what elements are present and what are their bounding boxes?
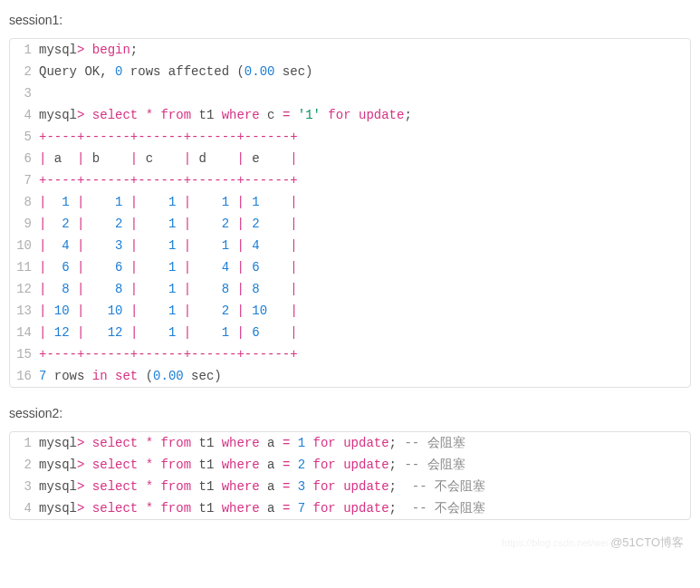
- code-line: 3: [10, 82, 690, 104]
- line-number: 9: [10, 213, 39, 235]
- code-line: 12| 8 | 8 | 1 | 8 | 8 |: [10, 278, 690, 300]
- code-line: 6| a | b | c | d | e |: [10, 148, 690, 169]
- code-line: 8| 1 | 1 | 1 | 1 | 1 |: [10, 191, 690, 213]
- code-content: mysql> select * from t1 where a = 1 for …: [39, 432, 690, 454]
- code-line: 5+----+------+------+------+------+: [10, 126, 690, 148]
- code-line: 1mysql> begin;: [10, 39, 690, 61]
- session2-code-block: 1mysql> select * from t1 where a = 1 for…: [9, 431, 691, 520]
- code-content: mysql> select * from t1 where a = 7 for …: [39, 497, 690, 519]
- watermark: https://blog.csdn.net/wei@51CTO博客: [9, 535, 691, 551]
- line-number: 3: [10, 82, 39, 104]
- code-line: 4mysql> select * from t1 where c = '1' f…: [10, 104, 690, 126]
- code-content: 7 rows in set (0.00 sec): [39, 365, 690, 387]
- code-content: | 1 | 1 | 1 | 1 | 1 |: [39, 191, 690, 213]
- code-content: mysql> select * from t1 where c = '1' fo…: [39, 104, 690, 126]
- session1-code-block: 1mysql> begin;2Query OK, 0 rows affected…: [9, 38, 691, 388]
- code-content: mysql> select * from t1 where a = 2 for …: [39, 454, 690, 476]
- code-line: 2Query OK, 0 rows affected (0.00 sec): [10, 61, 690, 82]
- code-line: 11| 6 | 6 | 1 | 4 | 6 |: [10, 256, 690, 278]
- code-line: 1mysql> select * from t1 where a = 1 for…: [10, 432, 690, 454]
- line-number: 4: [10, 497, 39, 519]
- line-number: 16: [10, 365, 39, 387]
- line-number: 11: [10, 256, 39, 278]
- code-content: | 8 | 8 | 1 | 8 | 8 |: [39, 278, 690, 300]
- code-line: 3mysql> select * from t1 where a = 3 for…: [10, 476, 690, 497]
- code-content: [39, 82, 690, 104]
- code-content: | 6 | 6 | 1 | 4 | 6 |: [39, 256, 690, 278]
- code-content: +----+------+------+------+------+: [39, 343, 690, 365]
- line-number: 5: [10, 126, 39, 148]
- code-content: | 4 | 3 | 1 | 1 | 4 |: [39, 235, 690, 256]
- session1-label: session1:: [9, 13, 691, 27]
- line-number: 3: [10, 476, 39, 497]
- line-number: 13: [10, 300, 39, 322]
- code-content: | a | b | c | d | e |: [39, 148, 690, 169]
- line-number: 1: [10, 432, 39, 454]
- code-line: 14| 12 | 12 | 1 | 1 | 6 |: [10, 322, 690, 343]
- code-content: +----+------+------+------+------+: [39, 169, 690, 191]
- line-number: 1: [10, 39, 39, 61]
- code-line: 7+----+------+------+------+------+: [10, 169, 690, 191]
- code-line: 167 rows in set (0.00 sec): [10, 365, 690, 387]
- code-content: mysql> select * from t1 where a = 3 for …: [39, 476, 690, 497]
- code-line: 15+----+------+------+------+------+: [10, 343, 690, 365]
- line-number: 8: [10, 191, 39, 213]
- code-content: +----+------+------+------+------+: [39, 126, 690, 148]
- code-line: 10| 4 | 3 | 1 | 1 | 4 |: [10, 235, 690, 256]
- line-number: 7: [10, 169, 39, 191]
- line-number: 12: [10, 278, 39, 300]
- code-content: Query OK, 0 rows affected (0.00 sec): [39, 61, 690, 82]
- line-number: 14: [10, 322, 39, 343]
- session2-label: session2:: [9, 406, 691, 420]
- code-line: 2mysql> select * from t1 where a = 2 for…: [10, 454, 690, 476]
- code-content: | 10 | 10 | 1 | 2 | 10 |: [39, 300, 690, 322]
- line-number: 2: [10, 454, 39, 476]
- code-content: mysql> begin;: [39, 39, 690, 61]
- watermark-faint-text: https://blog.csdn.net/wei: [502, 537, 609, 548]
- code-line: 4mysql> select * from t1 where a = 7 for…: [10, 497, 690, 519]
- code-content: | 2 | 2 | 1 | 2 | 2 |: [39, 213, 690, 235]
- watermark-main-text: @51CTO博客: [610, 535, 684, 549]
- line-number: 2: [10, 61, 39, 82]
- code-line: 13| 10 | 10 | 1 | 2 | 10 |: [10, 300, 690, 322]
- code-line: 9| 2 | 2 | 1 | 2 | 2 |: [10, 213, 690, 235]
- code-content: | 12 | 12 | 1 | 1 | 6 |: [39, 322, 690, 343]
- line-number: 15: [10, 343, 39, 365]
- line-number: 4: [10, 104, 39, 126]
- line-number: 6: [10, 148, 39, 169]
- line-number: 10: [10, 235, 39, 256]
